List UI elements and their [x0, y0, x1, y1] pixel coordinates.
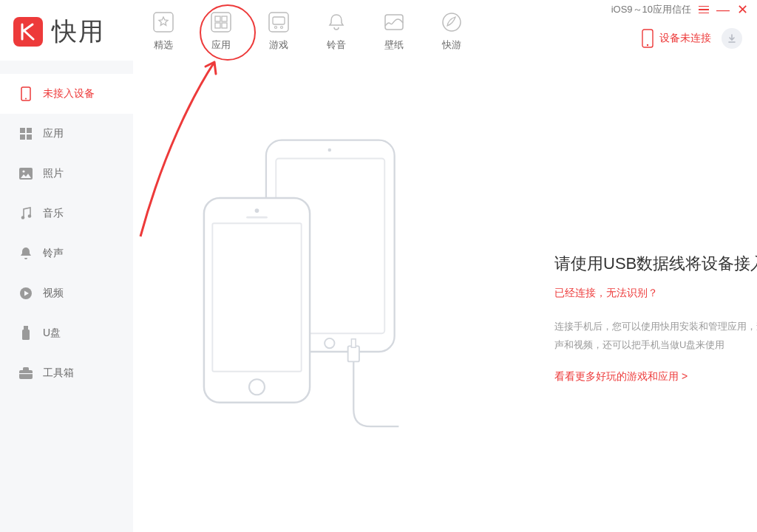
- app-logo: 快用: [13, 15, 105, 49]
- sidebar-item-photos[interactable]: 照片: [0, 154, 133, 194]
- sidebar-item-label: U盘: [43, 327, 61, 340]
- nav-quickplay[interactable]: 快游: [423, 10, 481, 52]
- apps-grid-icon: [209, 10, 233, 34]
- bell-icon: [325, 10, 348, 34]
- svg-rect-40: [351, 339, 356, 347]
- nav-ringtones[interactable]: 铃音: [308, 10, 365, 52]
- nav-wallpaper[interactable]: 壁纸: [365, 10, 423, 52]
- svg-rect-6: [269, 13, 288, 32]
- grid-icon: [19, 127, 33, 140]
- svg-point-11: [443, 13, 461, 31]
- svg-point-21: [22, 170, 24, 172]
- device-status-label: 设备未连接: [659, 32, 711, 45]
- gamepad-icon: [267, 10, 291, 34]
- svg-point-13: [647, 44, 648, 46]
- device-status[interactable]: 设备未连接: [642, 29, 711, 48]
- svg-point-15: [25, 98, 27, 100]
- svg-rect-17: [27, 128, 32, 133]
- sidebar-item-label: 未接入设备: [43, 87, 95, 100]
- minimize-button[interactable]: —: [716, 3, 730, 16]
- phone-outline-icon: [642, 29, 654, 48]
- sidebar-item-label: 视频: [43, 287, 64, 300]
- sidebar-item-label: 应用: [43, 127, 64, 140]
- hamburger-icon[interactable]: [699, 6, 709, 14]
- logo-mark-icon: [13, 17, 43, 47]
- svg-rect-1: [211, 13, 231, 32]
- svg-rect-37: [246, 216, 268, 219]
- svg-rect-28: [23, 367, 29, 371]
- sidebar-item-apps[interactable]: 应用: [0, 114, 133, 154]
- sidebar-item-udisk[interactable]: U盘: [0, 313, 133, 353]
- sidebar-item-label: 铃声: [43, 247, 64, 260]
- top-nav: 精选 应用 游戏 铃音: [135, 10, 481, 52]
- phone-icon: [19, 87, 33, 100]
- trust-label[interactable]: iOS9～10应用信任: [611, 3, 691, 16]
- star-icon: [152, 10, 175, 34]
- topbar: 快用 精选 应用 游戏: [0, 0, 757, 61]
- svg-point-32: [328, 149, 332, 152]
- sidebar-item-toolbox[interactable]: 工具箱: [0, 353, 133, 393]
- svg-point-9: [281, 27, 283, 29]
- nav-games[interactable]: 游戏: [250, 10, 308, 52]
- more-apps-link[interactable]: 看看更多好玩的游戏和应用 >: [554, 370, 688, 382]
- svg-rect-4: [215, 23, 220, 28]
- svg-point-36: [255, 208, 259, 213]
- connect-illustration: [192, 134, 399, 445]
- sidebar-item-music[interactable]: 音乐: [0, 194, 133, 233]
- sidebar-item-ringtones[interactable]: 铃声: [0, 233, 133, 273]
- play-circle-icon: [19, 287, 33, 300]
- sidebar-item-label: 音乐: [43, 207, 64, 220]
- svg-rect-16: [20, 128, 25, 133]
- bell-small-icon: [19, 247, 33, 260]
- content: 请使用USB数据线将设备接入电脑 已经连接，无法识别？ 连接手机后，您可以使用快…: [133, 61, 757, 532]
- comet-icon: [440, 10, 464, 34]
- sidebar-item-label: 照片: [43, 167, 64, 180]
- svg-rect-29: [19, 373, 33, 374]
- sidebar-item-no-device[interactable]: 未接入设备: [0, 74, 133, 114]
- page-heading: 请使用USB数据线将设备接入电脑: [554, 253, 757, 275]
- close-button[interactable]: ✕: [737, 3, 748, 16]
- svg-rect-18: [20, 134, 25, 140]
- svg-point-8: [275, 27, 277, 29]
- nav-apps[interactable]: 应用: [192, 10, 250, 52]
- titlebar-right: iOS9～10应用信任 — ✕: [611, 3, 748, 16]
- svg-rect-25: [24, 326, 28, 330]
- download-icon: [727, 33, 737, 44]
- svg-point-23: [28, 214, 32, 218]
- connect-panel: 请使用USB数据线将设备接入电脑 已经连接，无法识别？ 连接手机后，您可以使用快…: [554, 253, 757, 383]
- svg-rect-5: [222, 23, 227, 28]
- sidebar-item-label: 工具箱: [43, 366, 74, 380]
- svg-rect-2: [215, 16, 220, 21]
- picture-icon: [19, 167, 33, 180]
- usb-drive-icon: [19, 327, 33, 340]
- sidebar: 未接入设备 应用 照片 音乐 铃声 视频: [0, 61, 133, 532]
- description-text: 连接手机后，您可以使用快用安装和管理应用，查看图片、音乐、铃声和视频，还可以把手…: [554, 318, 757, 354]
- image-icon: [382, 10, 406, 34]
- svg-point-22: [21, 216, 25, 219]
- svg-rect-7: [273, 17, 285, 24]
- help-link[interactable]: 已经连接，无法识别？: [554, 287, 658, 300]
- svg-rect-39: [348, 346, 359, 361]
- sidebar-item-video[interactable]: 视频: [0, 273, 133, 313]
- logo-text: 快用: [52, 15, 105, 49]
- download-manager-button[interactable]: [722, 28, 742, 49]
- svg-rect-0: [154, 13, 173, 32]
- toolbox-icon: [19, 366, 33, 380]
- device-status-area: 设备未连接: [642, 28, 742, 49]
- svg-rect-26: [22, 330, 30, 340]
- music-note-icon: [19, 207, 33, 220]
- nav-featured[interactable]: 精选: [135, 10, 192, 52]
- svg-rect-3: [222, 16, 227, 21]
- svg-rect-19: [27, 134, 32, 140]
- svg-rect-27: [19, 370, 33, 379]
